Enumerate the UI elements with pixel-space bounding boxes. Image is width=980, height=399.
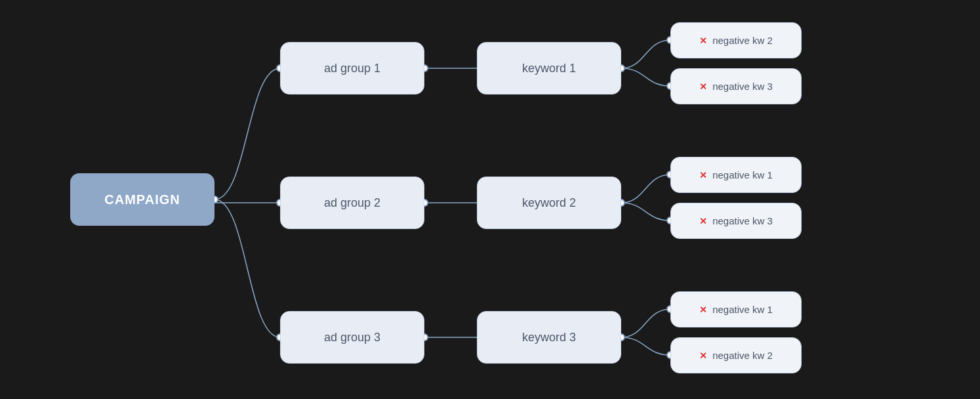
neg-kw-3-1-label: negative kw 1	[712, 304, 773, 315]
campaign-label: CAMPAIGN	[104, 192, 180, 207]
ad-group-2-node[interactable]: ad group 2	[280, 177, 424, 229]
ad-group-1-node[interactable]: ad group 1	[280, 42, 424, 94]
ad-group-3-node[interactable]: ad group 3	[280, 311, 424, 364]
x-icon: ✕	[699, 350, 707, 361]
neg-kw-1-2-node[interactable]: ✕ negative kw 3	[670, 68, 802, 104]
keyword-1-label: keyword 1	[522, 62, 576, 75]
diagram: CAMPAIGN ad group 1 ad group 2 ad group …	[31, 9, 949, 390]
x-icon: ✕	[699, 216, 707, 226]
keyword-3-label: keyword 3	[522, 331, 576, 345]
neg-kw-1-2-label: negative kw 3	[712, 81, 773, 92]
x-icon: ✕	[699, 304, 707, 315]
neg-kw-2-2-node[interactable]: ✕ negative kw 3	[670, 203, 802, 239]
keyword-2-node[interactable]: keyword 2	[477, 177, 621, 229]
x-icon: ✕	[699, 81, 707, 92]
neg-kw-3-1-node[interactable]: ✕ negative kw 1	[670, 291, 802, 327]
neg-kw-2-2-label: negative kw 3	[712, 215, 773, 226]
neg-kw-1-1-node[interactable]: ✕ negative kw 2	[670, 22, 802, 58]
neg-kw-3-2-node[interactable]: ✕ negative kw 2	[670, 337, 802, 373]
neg-kw-1-1-label: negative kw 2	[712, 35, 773, 46]
keyword-1-node[interactable]: keyword 1	[477, 42, 621, 94]
ad-group-3-label: ad group 3	[324, 331, 380, 345]
neg-kw-3-2-label: negative kw 2	[712, 350, 773, 361]
x-icon: ✕	[699, 35, 707, 46]
ad-group-1-label: ad group 1	[324, 62, 380, 75]
ad-group-2-label: ad group 2	[324, 196, 380, 210]
x-icon: ✕	[699, 170, 707, 180]
keyword-2-label: keyword 2	[522, 196, 576, 210]
neg-kw-2-1-label: negative kw 1	[712, 169, 773, 180]
campaign-node[interactable]: CAMPAIGN	[70, 173, 214, 226]
neg-kw-2-1-node[interactable]: ✕ negative kw 1	[670, 157, 802, 193]
keyword-3-node[interactable]: keyword 3	[477, 311, 621, 364]
